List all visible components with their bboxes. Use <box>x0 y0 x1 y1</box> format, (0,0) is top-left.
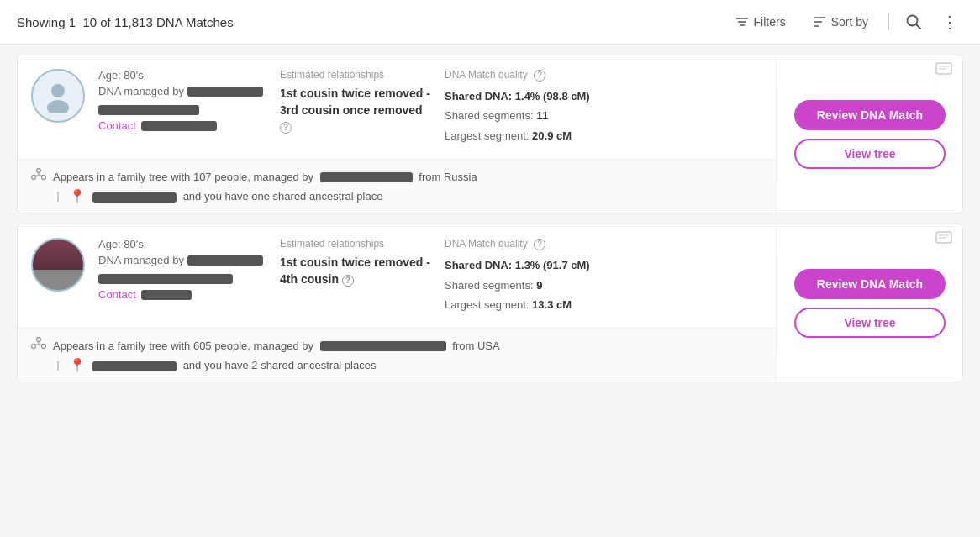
svg-point-21 <box>37 338 41 342</box>
redacted-name-3 <box>141 290 192 300</box>
dna-quality: DNA Match quality ? Shared DNA: 1.4% (98… <box>445 69 630 145</box>
relationship-text: 1st cousin twice removed - 3rd cousin on… <box>280 86 431 135</box>
sort-by-button[interactable]: Sort by <box>806 12 875 32</box>
largest-segment: Largest segment: 20.9 cM <box>445 126 630 145</box>
redacted-name <box>187 255 263 266</box>
match-card-inner: Age: 80's DNA managed by Contact <box>18 224 962 382</box>
sort-icon <box>813 16 826 28</box>
footer-tree-text: Appears in a family tree with 605 people… <box>53 340 500 352</box>
filters-button[interactable]: Filters <box>729 12 793 32</box>
more-options-button[interactable]: ⋮ <box>938 8 963 35</box>
match-card-inner: Age: 80's DNA managed by Contact <box>18 55 962 213</box>
tree-icon <box>31 168 46 185</box>
match-footer: Appears in a family tree with 605 people… <box>18 328 776 382</box>
redacted-name-3 <box>141 121 217 131</box>
relationship-text: 1st cousin twice removed - 4th cousin ? <box>280 255 431 287</box>
redacted-name <box>187 87 263 97</box>
tree-icon <box>31 337 46 354</box>
svg-point-10 <box>37 169 41 173</box>
estimated-relationships: Estimated relationships 1st cousin twice… <box>280 69 431 135</box>
toolbar-divider <box>888 13 889 30</box>
dna-quality: DNA Match quality ? Shared DNA: 1.3% (91… <box>445 238 630 314</box>
match-main-content: Age: 80's DNA managed by Contact <box>18 224 776 382</box>
contact-row: Contact <box>98 119 266 132</box>
estimated-relationships: Estimated relationships 1st cousin twice… <box>280 238 431 287</box>
match-person-info: Age: 80's DNA managed by Contact <box>98 238 266 301</box>
largest-segment: Largest segment: 13.3 cM <box>445 295 630 314</box>
dna-quality-help-icon[interactable]: ? <box>534 70 545 82</box>
redacted-place <box>92 361 177 371</box>
help-icon[interactable]: ? <box>342 275 354 287</box>
avatar <box>31 69 85 123</box>
match-card: Age: 80's DNA managed by Contact <box>17 55 963 213</box>
review-dna-match-button[interactable]: Review DNA Match <box>794 269 946 299</box>
footer-place-row: 📍 and you have one shared ancestral plac… <box>51 188 762 204</box>
shared-dna: Shared DNA: 1.4% (98.8 cM) <box>445 87 630 106</box>
age-text: Age: 80's <box>98 69 266 82</box>
footer-tree-row: Appears in a family tree with 107 people… <box>31 168 762 185</box>
match-footer: Appears in a family tree with 107 people… <box>18 159 776 213</box>
matches-list: Age: 80's DNA managed by Contact <box>0 45 980 392</box>
contact-link[interactable]: Contact <box>98 288 136 301</box>
dna-quality-label: DNA Match quality ? <box>445 69 630 82</box>
redacted-name-2 <box>98 274 233 284</box>
redacted-manager <box>320 341 446 351</box>
footer-place-row: 📍 and you have 2 shared ancestral places <box>51 357 762 373</box>
search-icon <box>906 14 921 29</box>
avatar-area <box>31 238 85 292</box>
pin-icon: 📍 <box>69 357 86 373</box>
estimated-rel-label: Estimated relationships <box>280 69 431 81</box>
contact-link[interactable]: Contact <box>98 119 136 132</box>
comment-icon <box>935 231 952 246</box>
svg-point-8 <box>51 84 65 97</box>
svg-point-9 <box>47 100 69 113</box>
redacted-place <box>92 192 177 203</box>
view-tree-button[interactable]: View tree <box>794 139 946 169</box>
svg-line-7 <box>916 24 920 29</box>
match-main-row: Age: 80's DNA managed by Contact <box>18 55 776 159</box>
match-right-panel: Review DNA Match View tree <box>776 55 962 213</box>
dna-quality-label: DNA Match quality ? <box>445 238 630 250</box>
comment-icon-area <box>925 55 962 87</box>
match-main-content: Age: 80's DNA managed by Contact <box>18 55 776 213</box>
match-right-panel: Review DNA Match View tree <box>776 224 962 382</box>
estimated-rel-label: Estimated relationships <box>280 238 431 250</box>
contact-row: Contact <box>98 288 266 301</box>
toolbar-actions: Filters Sort by ⋮ <box>729 8 963 35</box>
match-main-row: Age: 80's DNA managed by Contact <box>18 224 776 328</box>
match-person-info: Age: 80's DNA managed by Contact <box>98 69 266 132</box>
search-button[interactable] <box>903 11 925 33</box>
review-dna-match-button[interactable]: Review DNA Match <box>794 100 946 130</box>
match-card: Age: 80's DNA managed by Contact <box>17 224 963 382</box>
redacted-manager <box>320 172 413 182</box>
shared-dna: Shared DNA: 1.3% (91.7 cM) <box>445 255 630 275</box>
shared-segments: Shared segments: 11 <box>445 106 630 125</box>
view-tree-button[interactable]: View tree <box>794 308 946 338</box>
comment-icon <box>935 62 952 77</box>
dna-quality-help-icon[interactable]: ? <box>534 239 545 250</box>
footer-tree-row: Appears in a family tree with 605 people… <box>31 337 762 354</box>
match-actions: Review DNA Match View tree <box>777 255 962 351</box>
footer-place-text: and you have one shared ancestral place <box>92 190 382 203</box>
match-actions: Review DNA Match View tree <box>777 87 962 182</box>
comment-icon-area <box>925 224 962 255</box>
showing-count: Showing 1–10 of 11,813 DNA Matches <box>17 15 234 29</box>
avatar-photo <box>31 238 85 292</box>
age-text: Age: 80's <box>98 238 266 250</box>
filter-icon <box>735 15 749 29</box>
toolbar: Showing 1–10 of 11,813 DNA Matches Filte… <box>0 0 980 45</box>
dna-managed: DNA managed by <box>98 85 266 97</box>
shared-segments: Shared segments: 9 <box>445 276 630 295</box>
branch-line <box>57 192 59 202</box>
help-icon[interactable]: ? <box>280 122 292 134</box>
dna-managed: DNA managed by <box>98 254 266 266</box>
footer-place-text: and you have 2 shared ancestral places <box>92 359 376 371</box>
pin-icon: 📍 <box>69 188 86 204</box>
branch-line <box>57 361 59 371</box>
footer-tree-text: Appears in a family tree with 107 people… <box>53 171 477 183</box>
redacted-name-2 <box>98 105 199 115</box>
person-icon <box>41 79 75 113</box>
avatar-area <box>31 69 85 123</box>
